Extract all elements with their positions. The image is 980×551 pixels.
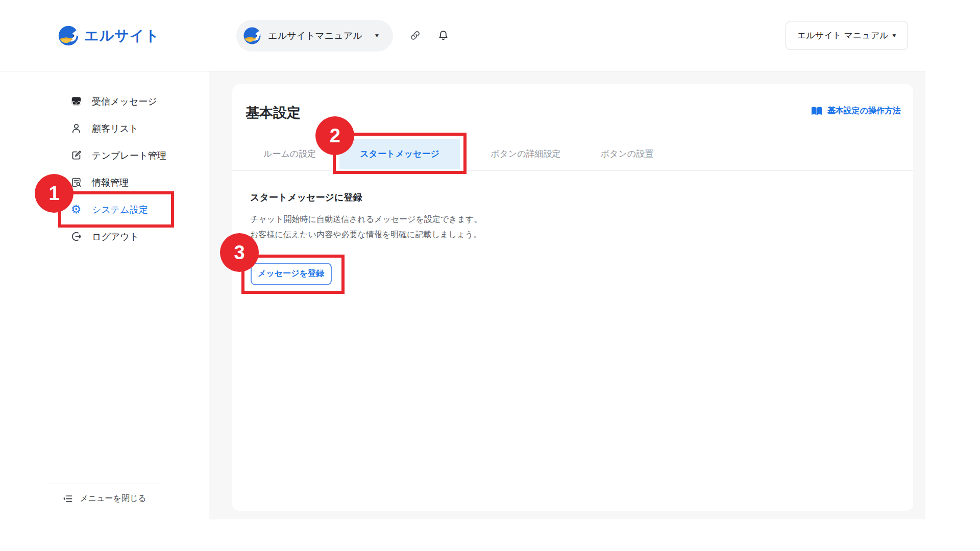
- bell-icon: [437, 30, 449, 41]
- brand-logo[interactable]: エルサイト: [58, 25, 160, 46]
- annotation-step1-badge: 1: [35, 174, 74, 213]
- workspace-name: エルサイトマニュアル: [268, 30, 362, 42]
- collapse-menu-icon: [62, 493, 73, 504]
- help-link-label: 基本設定の操作方法: [827, 106, 901, 116]
- sidebar-item-label: ログアウト: [92, 231, 139, 243]
- sidebar-item-inbox[interactable]: 受信メッセージ: [0, 88, 209, 115]
- annotation-step3-badge: 3: [220, 233, 259, 272]
- chevron-down-icon: ▼: [374, 33, 380, 38]
- account-name: エルサイト マニュアル: [797, 30, 889, 41]
- edit-square-icon: [70, 149, 82, 161]
- section-description-line: お客様に伝えたい内容や必要な情報を明確に記載しましょう。: [250, 227, 913, 242]
- person-icon: [70, 122, 82, 134]
- brand-name: エルサイト: [84, 26, 160, 45]
- page-title: 基本設定: [246, 104, 301, 122]
- section-description-line: チャット開始時に自動送信されるメッセージを設定できます。: [250, 212, 913, 227]
- annotation-step2-badge: 2: [315, 116, 354, 155]
- start-message-section: スタートメッセージに登録 チャット開始時に自動送信されるメッセージを設定できます…: [232, 191, 913, 294]
- help-link[interactable]: 基本設定の操作方法: [811, 106, 901, 116]
- sidebar-item-label: 情報管理: [92, 177, 129, 189]
- tab-button-details[interactable]: ボタンの詳細設定: [477, 148, 574, 160]
- annotation-step2-box: 2: [333, 133, 467, 174]
- main-area: 基本設定 基本設定の操作方法 ルームの設定: [209, 71, 925, 519]
- sidebar-item-label: 顧客リスト: [92, 122, 138, 135]
- notifications-button[interactable]: [437, 30, 449, 41]
- collapse-menu-label: メニューを閉じる: [80, 493, 146, 504]
- collapse-menu-button[interactable]: メニューを閉じる: [0, 493, 209, 504]
- sidebar-item-templates[interactable]: テンプレート管理: [0, 142, 209, 169]
- sidebar-item-customers[interactable]: 顧客リスト: [0, 115, 209, 142]
- sidebar-footer-divider: [46, 484, 163, 484]
- inbox-message-icon: [70, 95, 82, 107]
- link-button[interactable]: [409, 30, 421, 41]
- sidebar-item-label: テンプレート管理: [92, 149, 166, 162]
- brand-logo-icon: [58, 25, 79, 46]
- tab-button-placement[interactable]: ボタンの設置: [587, 148, 667, 160]
- section-heading: スタートメッセージに登録: [250, 191, 913, 204]
- register-message-button[interactable]: メッセージを登録: [251, 263, 332, 285]
- sidebar: 受信メッセージ 顧客リスト テンプレート管理: [0, 71, 209, 519]
- top-header: エルサイト エルサイトマニュアル ▼: [0, 0, 925, 71]
- sidebar-item-label: 受信メッセージ: [92, 95, 157, 108]
- chevron-down-icon: ▼: [891, 33, 897, 38]
- book-icon: [811, 106, 823, 116]
- workspace-selector[interactable]: エルサイトマニュアル ▼: [236, 20, 393, 52]
- settings-card: 基本設定 基本設定の操作方法 ルームの設定: [232, 84, 913, 511]
- tab-bar: ルームの設定 2 スタートメッセージ ボタンの詳細設定 ボタンの設置: [232, 137, 913, 171]
- workspace-logo-icon: [243, 27, 261, 45]
- annotation-step3-box: 3 メッセージを登録: [241, 255, 345, 294]
- annotation-step1-box: 1: [58, 191, 174, 228]
- link-icon: [409, 30, 421, 41]
- logout-icon: [70, 231, 82, 242]
- account-selector[interactable]: エルサイト マニュアル ▼: [786, 21, 908, 50]
- sidebar-item-system-settings[interactable]: 1 ⚙ システム設定: [0, 196, 209, 223]
- app-window: エルサイト エルサイトマニュアル ▼: [0, 0, 925, 519]
- tab-room-settings[interactable]: ルームの設定: [250, 148, 329, 160]
